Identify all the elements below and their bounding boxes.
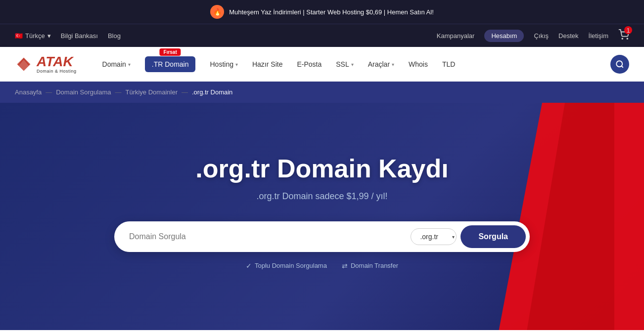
sorgula-button[interactable]: Sorgula: [460, 225, 526, 248]
cikis-link[interactable]: Çıkış: [534, 32, 549, 40]
chevron-down-icon: ▾: [47, 32, 51, 40]
breadcrumb-home[interactable]: Anasayfa: [15, 88, 42, 96]
breadcrumb-sep-2: —: [115, 88, 121, 96]
bilgi-bankasi-link[interactable]: Bilgi Bankası: [61, 32, 98, 40]
svg-point-1: [627, 38, 628, 39]
breadcrumb: Anasayfa — Domain Sorgulama — Türkiye Do…: [0, 82, 644, 103]
nav-hosting[interactable]: Hosting ▾: [204, 56, 243, 72]
domain-search-bar: .org.tr .com.tr .net.tr .biz.tr .info.tr…: [114, 221, 530, 252]
nav-domain[interactable]: Domain ▾: [96, 56, 137, 72]
nav-eposta[interactable]: E-Posta: [291, 56, 327, 72]
announcement-icon: 🔥: [210, 5, 224, 19]
hero-section: .org.tr Domain Kaydı .org.tr Domain sade…: [0, 103, 644, 330]
nav-whois[interactable]: Whois: [403, 56, 434, 72]
top-nav: 🇹🇷 Türkçe ▾ Bilgi Bankası Blog Kampanyal…: [0, 24, 644, 47]
chevron-down-icon: ▾: [128, 62, 131, 67]
nav-links: Domain ▾ Fırsat .TR Domain Hosting ▾ Haz…: [96, 52, 610, 76]
domain-extension-select[interactable]: .org.tr .com.tr .net.tr .biz.tr .info.tr: [411, 228, 457, 245]
nav-araclar[interactable]: Araçlar ▾: [362, 56, 400, 72]
search-icon: [615, 60, 624, 69]
iletisim-link[interactable]: İletişim: [589, 32, 608, 40]
checkmark-icon: ✓: [246, 262, 252, 270]
breadcrumb-domain-sorgulama[interactable]: Domain Sorgulama: [56, 88, 111, 96]
hero-bottom-links: ✓ Toplu Domain Sorgulama ⇄ Domain Transf…: [246, 262, 398, 270]
cart-button[interactable]: 1: [618, 29, 629, 42]
nav-tld[interactable]: TLD: [436, 56, 461, 72]
announcement-bar: 🔥 Muhteşem Yaz İndirimleri | Starter Web…: [0, 0, 644, 24]
kampanyalar-link[interactable]: Kampanyalar: [437, 32, 475, 40]
nav-ssl[interactable]: SSL ▾: [330, 56, 359, 72]
breadcrumb-turkiye-domainler[interactable]: Türkiye Domainler: [125, 88, 177, 96]
top-nav-right: Kampanyalar Hesabım Çıkış Destek İletişi…: [437, 29, 629, 42]
logo-sub-text: Domain & Hosting: [37, 69, 77, 74]
svg-point-2: [616, 61, 622, 67]
chevron-down-icon: ▾: [351, 62, 354, 67]
breadcrumb-sep-1: —: [46, 88, 52, 96]
main-nav: ATAK Domain & Hosting Domain ▾ Fırsat .T…: [0, 47, 644, 82]
svg-point-0: [622, 38, 623, 39]
breadcrumb-current: .org.tr Domain: [192, 88, 232, 96]
logo[interactable]: ATAK Domain & Hosting: [15, 55, 77, 74]
nav-search-button[interactable]: [610, 55, 629, 74]
domain-ext-select-wrap: .org.tr .com.tr .net.tr .biz.tr .info.tr…: [411, 228, 460, 245]
announcement-text: Muhteşem Yaz İndirimleri | Starter Web H…: [229, 8, 434, 16]
svg-line-3: [621, 66, 623, 67]
breadcrumb-sep-3: —: [182, 88, 188, 96]
domain-search-input[interactable]: [129, 232, 411, 241]
hesabim-link[interactable]: Hesabım: [484, 30, 524, 42]
flag-icon: 🇹🇷: [15, 32, 23, 40]
nav-hazir-site[interactable]: Hazır Site: [246, 56, 288, 72]
destek-link[interactable]: Destek: [558, 32, 578, 40]
language-label: Türkçe: [25, 32, 45, 40]
cart-badge: 1: [624, 26, 632, 34]
domain-transfer-link[interactable]: ⇄ Domain Transfer: [342, 262, 398, 270]
hero-title: .org.tr Domain Kaydı: [114, 154, 530, 183]
logo-icon: [15, 55, 33, 73]
toplu-domain-link[interactable]: ✓ Toplu Domain Sorgulama: [246, 262, 327, 270]
chevron-down-icon: ▾: [392, 62, 394, 67]
nav-tr-domain[interactable]: Fırsat .TR Domain: [139, 52, 202, 76]
blog-link[interactable]: Blog: [108, 32, 121, 40]
top-nav-left: 🇹🇷 Türkçe ▾ Bilgi Bankası Blog: [15, 32, 121, 40]
language-selector[interactable]: 🇹🇷 Türkçe ▾: [15, 32, 51, 40]
hero-subtitle: .org.tr Domain sadece $1,99 / yıl!: [114, 191, 530, 202]
chevron-down-icon: ▾: [235, 62, 238, 67]
logo-text: ATAK Domain & Hosting: [37, 55, 77, 74]
firsat-badge: Fırsat: [160, 48, 181, 56]
transfer-icon: ⇄: [342, 262, 348, 270]
logo-atak-text: ATAK: [37, 55, 77, 69]
hero-content: .org.tr Domain Kaydı .org.tr Domain sade…: [114, 154, 530, 252]
